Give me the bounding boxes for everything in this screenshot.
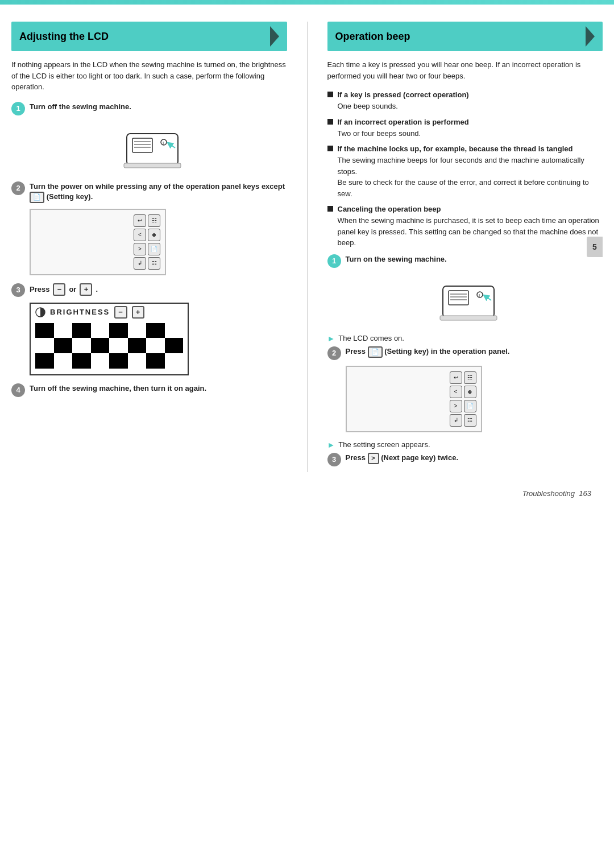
left-step-3: 3 Press − or + . [11, 283, 287, 297]
bullet-2-title: If an incorrect operation is performed [327, 118, 603, 126]
bullet-4-body: When the sewing machine is purchased, it… [338, 215, 603, 249]
bullet-1-title: If a key is pressed (correct operation) [327, 90, 603, 99]
svg-text:I: I [163, 140, 164, 146]
right-panel-key-setting: 📄 [464, 400, 476, 412]
panel-right-keys: ↩ ☷ < ☻ > 📄 ↲ ☷ [134, 214, 160, 270]
column-divider [307, 22, 308, 472]
cb-cell [128, 323, 147, 338]
cb-cell [54, 353, 73, 369]
panel-key-row-4: ↲ ☷ [134, 257, 160, 270]
left-section-header: Adjusting the LCD [11, 22, 287, 51]
checkerboard [35, 323, 183, 369]
bullet-4: Canceling the operation beep When the se… [327, 205, 603, 249]
step-3-press-row: Press − or + . [30, 283, 98, 296]
bullet-3: If the machine locks up, for example, be… [327, 144, 603, 199]
svg-line-17 [486, 296, 491, 300]
right-panel-key-row-2: < ☻ [450, 386, 476, 398]
left-step-1: 1 Turn off the sewing machine. [11, 102, 287, 115]
brightness-label: BRIGHTNESS [50, 308, 110, 316]
left-step-2: 2 Turn the power on while pressing any o… [11, 181, 287, 203]
panel-right-keys-2: ↩ ☷ < ☻ > 📄 ↲ ☷ [450, 371, 476, 427]
right-step-circle-1: 1 [327, 254, 341, 268]
panel-key-enter: ↲ [134, 257, 146, 270]
right-panel-key-back: ↩ [450, 371, 462, 384]
cb-cell [146, 323, 165, 338]
sewing-machine-image-1: I [30, 122, 287, 173]
cb-cell [165, 353, 184, 369]
left-section-title: Adjusting the LCD [19, 31, 109, 43]
right-step-1: 1 Turn on the sewing machine. [327, 254, 603, 268]
cb-cell [146, 338, 165, 353]
bullet-3-body1: The sewing machine beeps for four second… [338, 155, 603, 177]
cb-cell [128, 338, 147, 353]
plus-key: + [80, 283, 92, 296]
page-footer: Troubleshooting 163 [0, 483, 614, 503]
cb-cell [72, 353, 91, 369]
step-circle-2: 2 [11, 181, 25, 195]
cb-cell [91, 353, 110, 369]
cb-cell [35, 323, 54, 338]
brightness-minus: − [114, 306, 127, 319]
bullet-3-title: If the machine locks up, for example, be… [327, 144, 603, 153]
footer-italic: Troubleshooting [522, 489, 579, 498]
left-column: Adjusting the LCD If nothing appears in … [11, 22, 287, 472]
cb-cell [54, 323, 73, 338]
right-header-arrow [586, 26, 595, 47]
bullet-1-square [327, 92, 333, 97]
right-step-circle-3: 3 [327, 453, 341, 466]
right-intro: Each time a key is pressed you will hear… [327, 59, 603, 81]
cb-cell [91, 338, 110, 353]
cb-cell [72, 323, 91, 338]
bullet-4-title: Canceling the operation beep [327, 205, 603, 213]
right-panel-key-row-4: ↲ ☷ [450, 414, 476, 427]
right-section-title: Operation beep [335, 31, 410, 43]
bullet-1: If a key is pressed (correct operation) … [327, 90, 603, 112]
panel-key-embroidery: ☻ [148, 229, 160, 241]
bullet-2-square [327, 119, 333, 125]
footer-page-num: 163 [579, 489, 591, 498]
cb-cell [35, 353, 54, 369]
panel-key-back: ↩ [134, 214, 146, 227]
brightness-plus: + [132, 306, 145, 319]
step-4-text: Turn off the sewing machine, then turn i… [30, 383, 206, 394]
cb-cell [54, 338, 73, 353]
bullet-2-body: Two or four beeps sound. [338, 128, 603, 139]
panel-key-setting: 📄 [148, 243, 160, 255]
brightness-top-row: BRIGHTNESS − + [31, 304, 188, 321]
panel-image-right: ↩ ☷ < ☻ > 📄 ↲ ☷ [346, 366, 482, 432]
panel-key-row-1: ↩ ☷ [134, 214, 160, 227]
cb-cell [35, 338, 54, 353]
svg-rect-11 [449, 291, 468, 305]
cb-cell [146, 353, 165, 369]
right-panel-key-row-1: ↩ ☷ [450, 371, 476, 384]
cb-cell [109, 323, 128, 338]
svg-rect-8 [124, 163, 181, 168]
top-bar [0, 0, 614, 5]
step-2-text: Turn the power on while pressing any of … [30, 181, 287, 203]
side-tab: 5 [587, 237, 603, 257]
bullet-3-body2: Be sure to check for the cause of the er… [338, 177, 603, 199]
left-intro: If nothing appears in the LCD when the s… [11, 59, 287, 93]
right-panel-key-embroidery: ☻ [464, 386, 476, 398]
cb-cell [109, 353, 128, 369]
minus-key: − [53, 283, 65, 296]
right-panel-key-left: < [450, 386, 462, 398]
right-step-3: 3 Press > (Next page key) twice. [327, 453, 603, 466]
right-panel-key-row-3: > 📄 [450, 400, 476, 412]
panel-key-right: > [134, 243, 146, 255]
cb-cell [128, 353, 147, 369]
svg-line-7 [169, 144, 175, 148]
cb-cell [91, 323, 110, 338]
right-step-circle-2: 2 [327, 346, 341, 360]
panel-key-left: < [134, 229, 146, 241]
panel-key-row-2: < ☻ [134, 229, 160, 241]
arrow-triangle-1: ► [327, 334, 335, 343]
right-step-2-text: Press 📄 (Setting key) in the operation p… [346, 346, 510, 358]
right-panel-key-stitch: ☷ [464, 371, 476, 384]
right-panel-key-enter: ↲ [450, 414, 462, 427]
brightness-box: BRIGHTNESS − + [30, 303, 189, 375]
cb-cell [165, 338, 184, 353]
next-page-key-icon: > [368, 453, 379, 464]
panel-key-row-3: > 📄 [134, 243, 160, 255]
bullet-2: If an incorrect operation is performed T… [327, 118, 603, 139]
